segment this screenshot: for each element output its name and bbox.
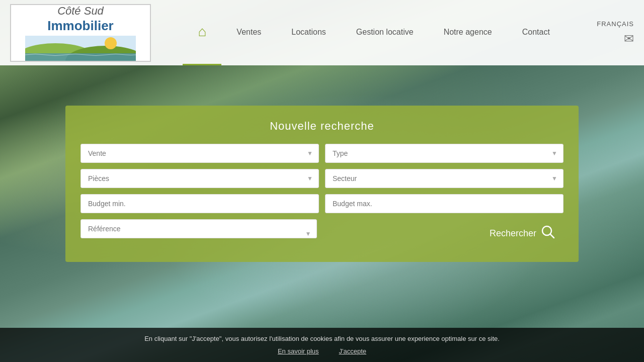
nav-ventes[interactable]: Ventes [221, 0, 276, 65]
language-selector[interactable]: FRANÇAIS [597, 20, 634, 28]
cookie-actions: En savoir plus J'accepte [10, 347, 634, 355]
email-icon[interactable]: ✉ [624, 32, 634, 46]
vente-wrapper: Vente ▼ [80, 144, 319, 163]
nav-gestion-locative[interactable]: Gestion locative [341, 0, 429, 65]
svg-point-3 [105, 37, 117, 49]
type-wrapper: Type ▼ [325, 144, 564, 163]
cookie-text: En cliquant sur "J'accepte", vous autori… [10, 335, 634, 342]
search-panel: Nouvelle recherche Vente ▼ Type ▼ Pièces… [65, 106, 579, 262]
accept-button[interactable]: J'accepte [339, 347, 367, 355]
search-label: Rechercher [490, 228, 536, 239]
nav-locations[interactable]: Locations [276, 0, 341, 65]
nav-contact[interactable]: Contact [507, 0, 565, 65]
navbar: Côté Sud Immobilier [0, 0, 644, 65]
search-row-2: Pièces ▼ Secteur ▼ [80, 169, 564, 188]
learn-more-button[interactable]: En savoir plus [278, 347, 319, 355]
logo-main-text: Immobilier [25, 18, 136, 34]
search-title: Nouvelle recherche [80, 120, 564, 133]
logo-top-text: Côté Sud [25, 5, 136, 18]
cookie-bar: En cliquant sur "J'accepte", vous autori… [0, 328, 644, 362]
type-select[interactable]: Type [325, 144, 564, 163]
search-row-3 [80, 194, 564, 213]
nav-home[interactable]: ⌂ [183, 0, 221, 65]
nav-links: ⌂ Ventes Locations Gestion locative Notr… [151, 0, 597, 65]
nav-right: FRANÇAIS ✉ [597, 20, 634, 46]
search-row-4: Référence ▼ Rechercher [80, 219, 564, 248]
pieces-wrapper: Pièces ▼ [80, 169, 319, 188]
nav-notre-agence[interactable]: Notre agence [429, 0, 507, 65]
search-button[interactable]: Rechercher [481, 219, 564, 248]
search-row-1: Vente ▼ Type ▼ [80, 144, 564, 163]
budget-max-input[interactable] [325, 194, 564, 213]
pieces-select[interactable]: Pièces [80, 169, 319, 188]
logo[interactable]: Côté Sud Immobilier [10, 4, 151, 62]
vente-select[interactable]: Vente [80, 144, 319, 163]
logo-graphic [25, 36, 136, 61]
secteur-wrapper: Secteur ▼ [325, 169, 564, 188]
reference-wrapper: Référence ▼ [80, 219, 317, 248]
home-icon: ⌂ [198, 25, 206, 39]
svg-line-6 [550, 234, 554, 238]
reference-select[interactable]: Référence [80, 219, 317, 238]
budget-min-input[interactable] [80, 194, 319, 213]
search-btn-area: Rechercher [323, 219, 564, 248]
search-icon [540, 224, 555, 243]
secteur-select[interactable]: Secteur [325, 169, 564, 188]
